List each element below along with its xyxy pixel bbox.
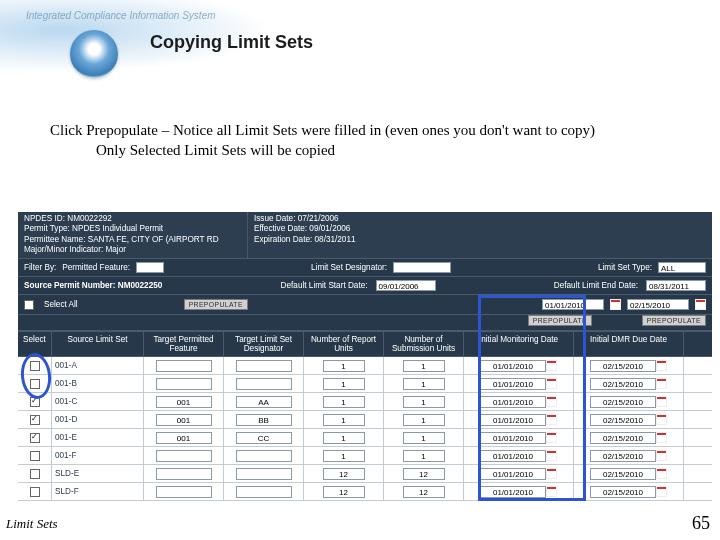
row-select-checkbox[interactable] [30, 451, 40, 461]
row-report-units-input[interactable]: 1 [323, 432, 365, 444]
row-initial-monitoring-date-input[interactable]: 01/01/2010 [480, 486, 546, 498]
row-select-checkbox[interactable] [30, 433, 40, 443]
row-report-units-input[interactable]: 1 [323, 450, 365, 462]
row-target-permitted-feature-input[interactable]: 001 [156, 414, 212, 426]
calendar-icon[interactable] [546, 396, 557, 407]
row-target-limit-set-designator-input[interactable]: CC [236, 432, 292, 444]
row-submission-units-input[interactable]: 1 [403, 432, 445, 444]
default-limit-start-input[interactable]: 09/01/2006 [376, 280, 436, 291]
calendar-icon[interactable] [656, 486, 667, 497]
calendar-icon[interactable] [656, 450, 667, 461]
calendar-icon[interactable] [546, 486, 557, 497]
preset-initial-dmr-due-date[interactable]: 02/15/2010 [627, 299, 689, 310]
row-report-units-input[interactable]: 1 [323, 378, 365, 390]
row-initial-monitoring-date-input[interactable]: 01/01/2010 [480, 396, 546, 408]
default-limit-end-label: Default Limit End Date: [554, 281, 638, 290]
row-source-limit-set: 001-D [52, 411, 144, 429]
row-target-permitted-feature-input[interactable]: 001 [156, 432, 212, 444]
row-target-permitted-feature-input[interactable] [156, 360, 212, 372]
preset-dates: 01/01/2010 02/15/2010 [542, 299, 706, 310]
calendar-icon[interactable] [656, 396, 667, 407]
row-report-units-input[interactable]: 12 [323, 468, 365, 480]
row-submission-units-input[interactable]: 1 [403, 378, 445, 390]
limit-set-designator-input[interactable] [393, 262, 451, 273]
system-name: Integrated Compliance Information System [26, 10, 216, 21]
row-initial-dmr-due-date-input[interactable]: 02/15/2010 [590, 468, 656, 480]
row-initial-dmr-due-date-input[interactable]: 02/15/2010 [590, 450, 656, 462]
row-target-limit-set-designator-input[interactable] [236, 378, 292, 390]
row-report-units-input[interactable]: 12 [323, 486, 365, 498]
calendar-icon[interactable] [546, 432, 557, 443]
prepopulate-idd-button[interactable]: PREPOPULATE [642, 315, 706, 326]
row-initial-dmr-due-date-input[interactable]: 02/15/2010 [590, 378, 656, 390]
calendar-icon[interactable] [656, 378, 667, 389]
calendar-icon[interactable] [656, 360, 667, 371]
row-initial-dmr-due-date-input[interactable]: 02/15/2010 [590, 396, 656, 408]
calendar-icon[interactable] [695, 299, 706, 310]
row-initial-monitoring-date-input[interactable]: 01/01/2010 [480, 468, 546, 480]
row-report-units-input[interactable]: 1 [323, 396, 365, 408]
meta-major-minor: Major/Minor Indicator: Major [24, 245, 241, 255]
calendar-icon[interactable] [610, 299, 621, 310]
row-target-limit-set-designator-input[interactable] [236, 450, 292, 462]
row-initial-monitoring-date-input[interactable]: 01/01/2010 [480, 360, 546, 372]
row-select-checkbox[interactable] [30, 397, 40, 407]
table-row: 001-C001AA1101/01/2010 02/15/2010 [18, 393, 712, 411]
calendar-icon[interactable] [546, 414, 557, 425]
permit-meta-left: NPDES ID: NM0022292 Permit Type: NPDES I… [18, 212, 248, 258]
row-target-limit-set-designator-input[interactable]: AA [236, 396, 292, 408]
col-target-permitted-feature: Target Permitted Feature [144, 332, 224, 356]
row-initial-dmr-due-date-input[interactable]: 02/15/2010 [590, 360, 656, 372]
row-select-checkbox[interactable] [30, 379, 40, 389]
calendar-icon[interactable] [656, 414, 667, 425]
select-all-label: Select All [44, 300, 78, 309]
permitted-feature-input[interactable] [136, 262, 164, 273]
calendar-icon[interactable] [546, 360, 557, 371]
row-submission-units-input[interactable]: 1 [403, 360, 445, 372]
prepopulate-imd-button[interactable]: PREPOPULATE [528, 315, 592, 326]
row-target-limit-set-designator-input[interactable] [236, 486, 292, 498]
row-select-checkbox[interactable] [30, 415, 40, 425]
row-report-units-input[interactable]: 1 [323, 360, 365, 372]
row-submission-units-input[interactable]: 1 [403, 450, 445, 462]
default-limit-end-input[interactable]: 08/31/2011 [646, 280, 706, 291]
row-initial-monitoring-date-input[interactable]: 01/01/2010 [480, 450, 546, 462]
app-screenshot: NPDES ID: NM0022292 Permit Type: NPDES I… [18, 212, 712, 504]
col-initial-dmr-due-date: Initial DMR Due Date [574, 332, 684, 356]
col-number-report-units: Number of Report Units [304, 332, 384, 356]
row-initial-dmr-due-date-input[interactable]: 02/15/2010 [590, 414, 656, 426]
row-target-limit-set-designator-input[interactable] [236, 468, 292, 480]
row-initial-dmr-due-date-input[interactable]: 02/15/2010 [590, 486, 656, 498]
row-target-permitted-feature-input[interactable] [156, 468, 212, 480]
meta-npdes-id: NPDES ID: NM0022292 [24, 214, 241, 224]
row-submission-units-input[interactable]: 12 [403, 468, 445, 480]
row-select-checkbox[interactable] [30, 361, 40, 371]
select-all-checkbox[interactable] [24, 300, 34, 310]
limit-set-type-select[interactable]: ALL [658, 262, 706, 273]
row-target-permitted-feature-input[interactable] [156, 450, 212, 462]
calendar-icon[interactable] [546, 468, 557, 479]
row-target-permitted-feature-input[interactable]: 001 [156, 396, 212, 408]
row-initial-monitoring-date-input[interactable]: 01/01/2010 [480, 432, 546, 444]
preset-initial-monitoring-date[interactable]: 01/01/2010 [542, 299, 604, 310]
row-target-limit-set-designator-input[interactable]: BB [236, 414, 292, 426]
row-source-limit-set: 001-F [52, 447, 144, 465]
row-initial-dmr-due-date-input[interactable]: 02/15/2010 [590, 432, 656, 444]
prepopulate-button[interactable]: PREPOPULATE [184, 299, 248, 310]
calendar-icon[interactable] [546, 450, 557, 461]
row-submission-units-input[interactable]: 12 [403, 486, 445, 498]
row-submission-units-input[interactable]: 1 [403, 414, 445, 426]
row-submission-units-input[interactable]: 1 [403, 396, 445, 408]
row-initial-monitoring-date-input[interactable]: 01/01/2010 [480, 378, 546, 390]
calendar-icon[interactable] [656, 468, 667, 479]
row-select-checkbox[interactable] [30, 487, 40, 497]
calendar-icon[interactable] [656, 432, 667, 443]
row-target-limit-set-designator-input[interactable] [236, 360, 292, 372]
calendar-icon[interactable] [546, 378, 557, 389]
row-report-units-input[interactable]: 1 [323, 414, 365, 426]
meta-issue-date: Issue Date: 07/21/2006 [254, 214, 472, 224]
row-target-permitted-feature-input[interactable] [156, 378, 212, 390]
row-initial-monitoring-date-input[interactable]: 01/01/2010 [480, 414, 546, 426]
row-target-permitted-feature-input[interactable] [156, 486, 212, 498]
row-select-checkbox[interactable] [30, 469, 40, 479]
